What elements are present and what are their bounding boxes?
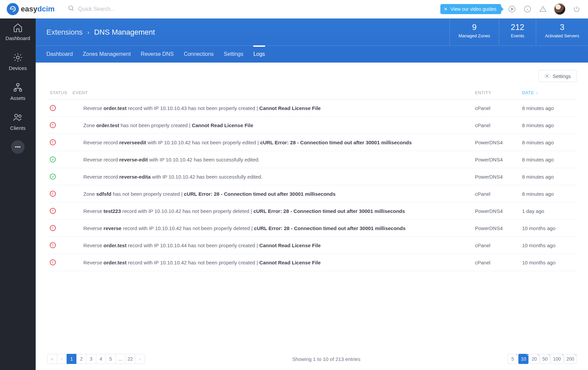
tab-dashboard[interactable]: Dashboard xyxy=(46,46,73,63)
alert-circle-icon: ! xyxy=(50,225,56,231)
page-size-5[interactable]: 5 xyxy=(508,354,518,364)
table-row[interactable]: !Reverse record reverseedit with IP 10.1… xyxy=(47,134,577,151)
svg-rect-4 xyxy=(16,84,19,86)
page-...[interactable]: ... xyxy=(115,354,125,364)
page-2[interactable]: 2 xyxy=(76,354,86,364)
col-date[interactable]: DATE↓ xyxy=(519,86,577,100)
page-size-selector: 5102050100200 xyxy=(508,354,577,364)
logo-icon xyxy=(7,3,19,15)
search-icon xyxy=(68,5,75,13)
page-size-20[interactable]: 20 xyxy=(529,354,539,364)
page-size-200[interactable]: 200 xyxy=(564,354,577,364)
entity-text: cPanel xyxy=(472,237,519,254)
tab-reverse-dns[interactable]: Reverse DNS xyxy=(141,46,174,63)
entity-text: cPanel xyxy=(472,117,519,134)
page-first[interactable]: « xyxy=(47,354,57,364)
tab-zones-management[interactable]: Zones Management xyxy=(83,46,131,63)
tab-logs[interactable]: Logs xyxy=(253,46,265,63)
event-text: Reverse record reverse-edita with IP 10.… xyxy=(70,168,472,185)
main: Extensions › DNS Management 9Managed Zon… xyxy=(36,0,588,370)
table-row[interactable]: ✓Reverse record reverse-edita with IP 10… xyxy=(47,168,577,185)
page-1[interactable]: 1 xyxy=(67,354,77,364)
date-text: 10 months ago xyxy=(519,237,577,254)
alert-circle-icon: ! xyxy=(50,208,56,214)
page-22[interactable]: 22 xyxy=(125,354,135,364)
topbar: easydcim ✕ View our video guides xyxy=(0,0,588,18)
date-text: 8 minutes ago xyxy=(519,151,577,168)
tab-connections[interactable]: Connections xyxy=(184,46,214,63)
entity-text: cPanel xyxy=(472,185,519,202)
power-icon[interactable] xyxy=(572,4,581,14)
page-prev[interactable]: ‹ xyxy=(57,354,67,364)
date-text: 1 day ago xyxy=(519,202,577,220)
event-text: Reverse order.test record with IP 10.10.… xyxy=(70,237,472,254)
stat-activated-servers[interactable]: 3Activated Servers xyxy=(536,18,588,45)
pagination-summary: Showing 1 to 10 of 213 entries xyxy=(292,356,361,362)
sidebar-item-devices[interactable]: Devices xyxy=(9,48,27,71)
entity-text: PowerDNS4 xyxy=(472,168,519,185)
sidebar-item-clients[interactable]: Clients xyxy=(10,108,26,131)
svg-point-9 xyxy=(546,75,548,77)
page-size-50[interactable]: 50 xyxy=(540,354,550,364)
logo-text: easydcim xyxy=(21,5,54,13)
table-row[interactable]: !Reverse order.test record with IP 10.10… xyxy=(47,100,577,117)
date-text: 8 minutes ago xyxy=(519,185,577,202)
page-size-100[interactable]: 100 xyxy=(551,354,563,364)
avatar[interactable] xyxy=(554,3,566,15)
info-icon[interactable] xyxy=(523,4,532,14)
event-text: Reverse reverse record with IP 10.10.10.… xyxy=(70,220,472,237)
col-entity[interactable]: ENTITY xyxy=(472,86,519,100)
video-guides-button[interactable]: ✕ View our video guides xyxy=(440,4,501,14)
settings-button[interactable]: Settings xyxy=(538,70,577,82)
play-icon[interactable] xyxy=(507,4,517,14)
event-text: Reverse order.test record with IP 10.10.… xyxy=(70,254,472,271)
table-row[interactable]: ✓Reverse record reverse-edit with IP 10.… xyxy=(47,151,577,168)
date-text: 8 minutes ago xyxy=(519,100,577,117)
page-next[interactable]: › xyxy=(135,354,145,364)
sidebar-item-label: Clients xyxy=(10,125,26,131)
date-text: 10 months ago xyxy=(519,220,577,237)
table-row[interactable]: !Zone order.test has not been properly c… xyxy=(47,117,577,134)
page-size-10[interactable]: 10 xyxy=(518,354,528,364)
alert-icon[interactable] xyxy=(538,4,548,14)
page-header: Extensions › DNS Management 9Managed Zon… xyxy=(36,18,588,63)
table-row[interactable]: !Zone sdfsfd has not been properly creat… xyxy=(47,185,577,202)
col-status[interactable]: STATUS xyxy=(47,86,70,100)
event-text: Reverse record reverse-edit with IP 10.1… xyxy=(70,151,472,168)
sidebar-item-assets[interactable]: Assets xyxy=(10,78,25,101)
date-text: 8 minutes ago xyxy=(519,134,577,151)
sidebar-item-dashboard[interactable]: Dashboard xyxy=(5,18,30,41)
stat-events[interactable]: 212Events xyxy=(499,18,536,45)
topbar-right: ✕ View our video guides xyxy=(440,3,581,15)
gear-icon xyxy=(544,73,550,79)
table-row[interactable]: !Reverse reverse record with IP 10.10.10… xyxy=(47,220,577,237)
event-text: Reverse order.test record with IP 10.10.… xyxy=(70,100,472,117)
home-icon xyxy=(13,23,23,33)
settings-label: Settings xyxy=(553,73,571,79)
alert-circle-icon: ! xyxy=(50,191,56,197)
table-row[interactable]: !Reverse test223 record with IP 10.10.10… xyxy=(47,202,577,220)
breadcrumb: Extensions › DNS Management xyxy=(36,20,449,44)
logo[interactable]: easydcim xyxy=(7,3,54,15)
stat-managed-zones[interactable]: 9Managed Zones xyxy=(449,18,499,45)
page-4[interactable]: 4 xyxy=(96,354,106,364)
breadcrumb-parent[interactable]: Extensions xyxy=(46,28,83,37)
col-event[interactable]: EVENT xyxy=(70,86,472,100)
entity-text: PowerDNS4 xyxy=(472,151,519,168)
users-icon xyxy=(13,112,23,122)
entity-text: PowerDNS4 xyxy=(472,134,519,151)
entity-text: cPanel xyxy=(472,100,519,117)
sidebar-item-label: Devices xyxy=(9,65,27,71)
content: Settings STATUS EVENT ENTITY DATE↓ !Reve… xyxy=(36,63,588,370)
svg-point-7 xyxy=(15,114,18,117)
page-3[interactable]: 3 xyxy=(86,354,96,364)
svg-point-3 xyxy=(16,56,20,59)
table-row[interactable]: !Reverse order.test record with IP 10.10… xyxy=(47,254,577,271)
search-input[interactable] xyxy=(78,6,179,12)
tab-settings[interactable]: Settings xyxy=(224,46,243,63)
table-row[interactable]: !Reverse order.test record with IP 10.10… xyxy=(47,237,577,254)
chevron-right-icon: › xyxy=(87,29,89,36)
page-5[interactable]: 5 xyxy=(106,354,116,364)
close-icon[interactable]: ✕ xyxy=(444,6,448,12)
more-button[interactable]: ••• xyxy=(11,140,25,154)
